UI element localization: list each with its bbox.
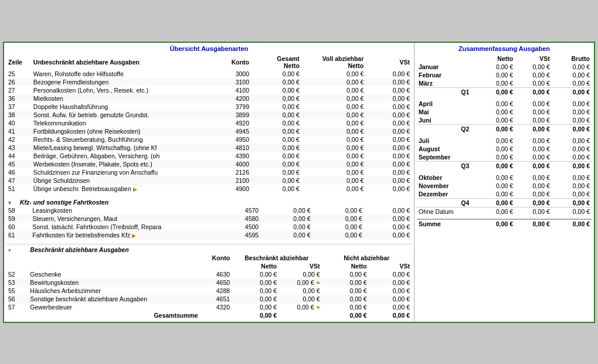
kfz-data-row: 60 Sonst. tatsächl. Fahrtkosten (Treibst…: [6, 223, 412, 231]
gesamtsumme-bvst: 0,00 €: [369, 311, 412, 319]
col-header-konto: Konto: [218, 55, 251, 70]
ohne-datum-brutto: 0,00 €: [552, 207, 592, 216]
bh-nnetto: Netto: [322, 262, 369, 270]
beschraenkt-data-row: 52 Geschenke 4630 0,00 € 0,00 € 0,00 € 0…: [6, 270, 412, 278]
ohne-datum-row: Ohne Datum 0,00 € 0,00 € 0,00 €: [417, 207, 592, 216]
month-netto: 0,00 €: [471, 174, 515, 182]
month-brutto: 0,00 €: [552, 190, 592, 199]
month-brutto: 0,00 €: [552, 137, 592, 145]
bh-beschraenkt: Beschränkt abziehbar: [232, 254, 322, 262]
rh-netto: Netto: [471, 55, 515, 63]
month-name: Juni: [417, 116, 471, 125]
month-brutto: 0,00 €: [552, 79, 592, 88]
month-netto: 0,00 €: [471, 79, 515, 88]
quarter-brutto: 0,00 €: [552, 124, 592, 133]
left-title: Übersicht Ausgabenarten: [6, 45, 412, 52]
main-data-row: 43 Miete/Leasing bewegl. Wirtschaftsg. (…: [6, 144, 412, 152]
month-brutto: 0,00 €: [552, 145, 592, 153]
month-brutto: 0,00 €: [552, 63, 592, 71]
quarter-label: Q1: [417, 87, 471, 96]
quarter-row: Q3 0,00 € 0,00 € 0,00 €: [417, 161, 592, 170]
gesamtsumme-netto: 0,00 €: [232, 311, 278, 319]
month-name: April: [417, 100, 471, 108]
rh-brutto: Brutto: [552, 55, 592, 63]
beschraenkt-group-label: Beschränkt abziehbare Ausgaben: [28, 246, 412, 254]
month-name: November: [417, 182, 471, 190]
quarter-brutto: 0,00 €: [552, 198, 592, 207]
month-name: Mai: [417, 108, 471, 116]
quarter-vst: 0,00 €: [515, 198, 552, 207]
main-data-row: 42 Rechts- & Steuerberatung, Buchführung…: [6, 135, 412, 144]
bh-zeile: [6, 254, 28, 262]
kfz-data-row: 58 Leasingkosten 4570 0,00 € 0,00 € 0,00…: [6, 206, 412, 215]
month-name: August: [417, 145, 471, 153]
main-data-row: 26 Bezogene Fremdleistungen 3100 0,00 € …: [6, 78, 412, 86]
main-data-row: 44 Beiträge, Gebühren, Abgaben, Versiche…: [6, 152, 412, 160]
month-name: Juli: [417, 137, 471, 145]
month-row: September 0,00 € 0,00 € 0,00 €: [417, 153, 592, 162]
month-netto: 0,00 €: [471, 108, 515, 116]
month-vst: 0,00 €: [515, 190, 552, 199]
beschraenkt-data-row: 53 Bewirtungskosten 4650 0,00 € 0,00 € ⚑…: [6, 278, 412, 287]
beschraenkt-data-row: 56 Sonstige beschränkt abziehbare Ausgab…: [6, 295, 412, 303]
summe-netto: 0,00 €: [471, 219, 515, 228]
beschraenkt-data-row: 55 Häusliches Arbeitszimmer 4288 0,00 € …: [6, 287, 412, 295]
bh-desc: [28, 254, 200, 262]
ohne-datum-netto: 0,00 €: [471, 207, 515, 216]
month-name: Januar: [417, 63, 471, 71]
summe-label: Summe: [417, 219, 471, 228]
month-vst: 0,00 €: [515, 182, 552, 190]
month-brutto: 0,00 €: [552, 174, 592, 182]
beschraenkt-data-row: 57 Gewerbesteuer 4320 0,00 € 0,00 € ⚑ 0,…: [6, 303, 412, 311]
gesamtsumme-label: Gesamtsumme: [28, 311, 200, 319]
month-row: Mai 0,00 € 0,00 € 0,00 €: [417, 108, 592, 116]
month-netto: 0,00 €: [471, 137, 515, 145]
month-name: Februar: [417, 71, 471, 79]
kfz-data-row: 61 Fahrtkosten für betriebsfremdes Kfz ▶…: [6, 231, 412, 239]
month-vst: 0,00 €: [515, 100, 552, 108]
summe-brutto: 0,00 €: [552, 219, 592, 228]
month-row: Juni 0,00 € 0,00 € 0,00 €: [417, 116, 592, 125]
month-brutto: 0,00 €: [552, 108, 592, 116]
col-header-voll: Voll abziehbarNetto: [301, 55, 365, 70]
quarter-brutto: 0,00 €: [552, 87, 592, 96]
month-brutto: 0,00 €: [552, 116, 592, 125]
month-row: Oktober 0,00 € 0,00 € 0,00 €: [417, 174, 592, 182]
month-row: August 0,00 € 0,00 € 0,00 €: [417, 145, 592, 153]
month-vst: 0,00 €: [515, 79, 552, 88]
month-row: Juli 0,00 € 0,00 € 0,00 €: [417, 137, 592, 145]
main-data-row: 27 Personalkosten (Lohn, Vers., Reisek. …: [6, 86, 412, 94]
month-name: März: [417, 79, 471, 88]
main-data-row: 46 Schuldzinsen zur Finanzierung von Ans…: [6, 168, 412, 176]
quarter-row: Q1 0,00 € 0,00 € 0,00 €: [417, 87, 592, 96]
summe-row: Summe 0,00 € 0,00 € 0,00 €: [417, 219, 592, 228]
col-header-desc: Unbeschränkt abziehbare Ausgaben: [32, 55, 218, 70]
month-row: Dezember 0,00 € 0,00 € 0,00 €: [417, 190, 592, 199]
quarter-netto: 0,00 €: [471, 87, 515, 96]
month-row: Januar 0,00 € 0,00 € 0,00 €: [417, 63, 592, 71]
bh-nicht: Nicht abziehbar: [322, 254, 412, 262]
main-data-row: 36 Mietkosten 4200 0,00 € 0,00 € 0,00 €: [6, 94, 412, 103]
beschraenkt-collapse-icon[interactable]: ▾: [6, 246, 28, 254]
month-name: Dezember: [417, 190, 471, 199]
col-header-vst: VSt: [365, 55, 412, 70]
gesamtsumme-bnetto: 0,00 €: [322, 311, 369, 319]
quarter-netto: 0,00 €: [471, 161, 515, 170]
main-data-row: 51 Übrige unbeschr. Betriebsausgaben ▶ 4…: [6, 185, 412, 193]
main-data-row: 37 Doppelte Haushaltsführung 3799 0,00 €…: [6, 103, 412, 111]
month-vst: 0,00 €: [515, 174, 552, 182]
month-row: März 0,00 € 0,00 € 0,00 €: [417, 79, 592, 88]
quarter-label: Q2: [417, 124, 471, 133]
month-vst: 0,00 €: [515, 63, 552, 71]
ohne-datum-label: Ohne Datum: [417, 207, 471, 216]
month-netto: 0,00 €: [471, 100, 515, 108]
kfz-collapse-icon[interactable]: ▾: [6, 196, 18, 206]
rh-month: [417, 55, 471, 63]
quarter-vst: 0,00 €: [515, 87, 552, 96]
quarter-label: Q3: [417, 161, 471, 170]
col-header-gesamt: GesamtNetto: [251, 55, 301, 70]
bh-konto: Konto: [201, 254, 232, 262]
main-data-row: 25 Waren, Rohstoffe oder Hilfsstoffe 300…: [6, 70, 412, 78]
month-name: Oktober: [417, 174, 471, 182]
month-brutto: 0,00 €: [552, 100, 592, 108]
